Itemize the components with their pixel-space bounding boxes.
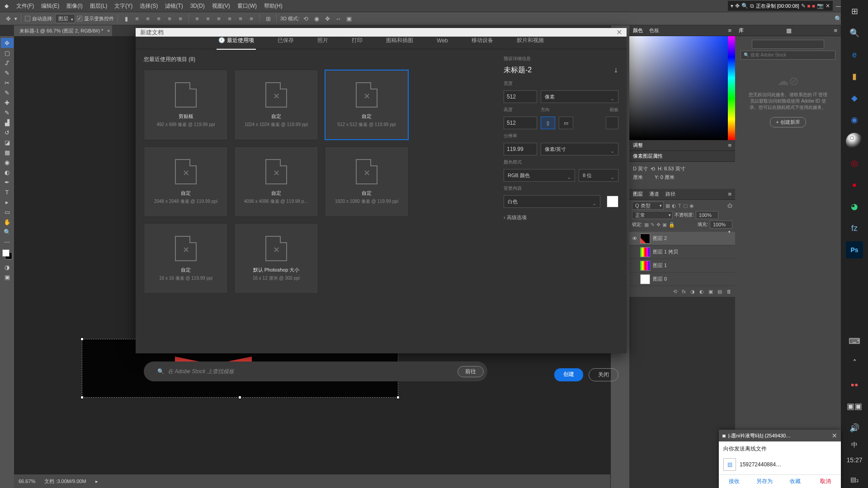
tab-swatches[interactable]: 色板	[649, 27, 659, 34]
layer-group-icon[interactable]: ▣	[708, 289, 713, 295]
save-preset-icon[interactable]: ⤓	[613, 67, 618, 74]
align-top-icon[interactable]: ≡	[154, 14, 163, 23]
transform-handle[interactable]	[396, 396, 400, 399]
tab-properties[interactable]: 像素图层属性	[633, 153, 663, 160]
layer-thumb[interactable]	[640, 261, 650, 271]
menu-edit[interactable]: 编辑(E)	[38, 0, 63, 12]
align-middle-icon[interactable]: ≡	[165, 14, 174, 23]
move-tool-icon[interactable]: ✥	[4, 14, 13, 23]
task-clock[interactable]: 15:27	[846, 454, 862, 466]
create-library-button[interactable]: + 创建新库	[770, 117, 806, 127]
tab-web[interactable]: Web	[435, 38, 449, 48]
distribute-1-icon[interactable]: ≡	[193, 14, 202, 23]
healing-tool[interactable]: ✚	[1, 98, 14, 108]
layer-fx-icon[interactable]: fx	[682, 289, 686, 294]
layer-name[interactable]: 图层 1	[653, 262, 667, 269]
zoom-tool[interactable]: 🔍	[1, 227, 14, 237]
lock-position-icon[interactable]: ✎	[651, 222, 655, 228]
distribute-4-icon[interactable]: ≡	[225, 14, 234, 23]
task-explorer-icon[interactable]: ▮	[846, 68, 863, 85]
menu-file[interactable]: 文件(F)	[13, 0, 38, 12]
filter-adjust-icon[interactable]: ◐	[672, 203, 676, 209]
tab-color[interactable]: 颜色	[633, 27, 643, 34]
library-search-input[interactable]: 🔍 搜索 Adobe Stock	[741, 51, 835, 60]
filter-type-icon[interactable]: T	[678, 203, 681, 208]
filter-toggle-icon[interactable]: ⏻	[727, 203, 732, 208]
brush-tool[interactable]: ✎	[1, 108, 14, 117]
chat-accept-button[interactable]: 接收	[719, 475, 750, 488]
task-search-icon[interactable]: 🔍	[846, 24, 863, 42]
task-app3-icon[interactable]: fz	[846, 220, 863, 237]
shape-tool[interactable]: ▭	[1, 207, 14, 217]
task-volume-icon[interactable]: 🔊	[846, 419, 863, 436]
eyedropper-tool[interactable]: ✎	[1, 88, 14, 98]
task-ball-icon[interactable]	[846, 133, 863, 150]
tab-channels[interactable]: 通道	[649, 191, 659, 197]
edit-toolbar-icon[interactable]: ⋯	[1, 237, 14, 247]
create-button[interactable]: 创建	[554, 368, 583, 381]
rec-dropdown-icon[interactable]: ▾	[731, 3, 733, 9]
panel-menu-icon[interactable]: ≡	[728, 142, 731, 149]
filter-smart-icon[interactable]: ◉	[689, 203, 694, 209]
rec-record-icon[interactable]: ■	[807, 3, 811, 9]
preset-item[interactable]: 剪贴板 492 x 688 像素 @ 119.99 ppi	[144, 70, 228, 140]
eraser-tool[interactable]: ◪	[1, 137, 14, 147]
layer-row[interactable]: 👁图层 2	[629, 232, 735, 245]
marquee-tool[interactable]: ▢	[1, 48, 14, 58]
chat-close-icon[interactable]: ✕	[832, 432, 837, 439]
color-field[interactable]	[629, 36, 728, 140]
tab-saved[interactable]: 已保存	[276, 37, 296, 49]
hue-slider[interactable]	[728, 36, 735, 140]
library-select-dropdown[interactable]	[752, 40, 824, 49]
color-swatch[interactable]	[2, 249, 12, 259]
blend-mode-dropdown[interactable]: 正常	[632, 211, 673, 219]
task-photoshop-icon[interactable]: Ps	[846, 241, 863, 258]
task-app2-icon[interactable]: ◉	[846, 111, 863, 128]
align-bottom-icon[interactable]: ≡	[176, 14, 185, 23]
tab-photo[interactable]: 照片	[316, 37, 330, 49]
task-record-icon[interactable]: ●	[846, 176, 863, 193]
height-value[interactable]: H: 8.53 英寸	[658, 165, 685, 172]
tab-layers[interactable]: 图层	[633, 191, 643, 197]
task-lang[interactable]: 中	[851, 441, 858, 449]
align-center-icon[interactable]: ≡	[132, 14, 142, 23]
tab-paths[interactable]: 路径	[665, 191, 675, 197]
resolution-unit-dropdown[interactable]: 像素/英寸	[541, 143, 618, 155]
preset-item[interactable]: 自定 512 x 512 像素 @ 119.99 ppi	[325, 70, 409, 140]
history-brush-tool[interactable]: ↺	[1, 127, 14, 137]
3d-orbit-icon[interactable]: ⟲	[301, 14, 310, 23]
resolution-input[interactable]	[504, 143, 537, 155]
rec-target-icon[interactable]: ✥	[735, 3, 740, 9]
opacity-dropdown[interactable]: 100%	[696, 211, 718, 219]
preset-item[interactable]: 自定 868 x 488 像素 @ 119.99 ppi	[325, 146, 409, 217]
link-dims-icon[interactable]: ⟲	[651, 166, 655, 172]
background-dropdown[interactable]: 白色	[504, 195, 600, 208]
3d-pan-icon[interactable]: ✥	[323, 14, 332, 23]
quick-select-tool[interactable]: ✎	[1, 68, 14, 78]
height-input[interactable]	[504, 117, 537, 129]
auto-select-checkbox[interactable]	[25, 16, 30, 21]
orientation-landscape[interactable]: ▭	[559, 117, 573, 129]
chat-favorite-button[interactable]: 收藏	[780, 475, 811, 488]
path-select-tool[interactable]: ▸	[1, 197, 14, 207]
pen-tool[interactable]: ✒	[1, 177, 14, 187]
3d-slide-icon[interactable]: ↔	[334, 14, 343, 23]
preset-item[interactable]: 自定 1024 x 1024 像素 @ 119.99 ppi	[234, 70, 318, 140]
blur-tool[interactable]: ◉	[1, 157, 14, 167]
task-ime1-icon[interactable]: ⌨	[846, 333, 863, 350]
rec-close-icon[interactable]: ✕	[826, 3, 830, 9]
tab-library[interactable]: 库	[739, 27, 744, 34]
layer-row[interactable]: 图层 1 拷贝	[629, 245, 735, 259]
stock-go-button[interactable]: 前往	[458, 366, 484, 377]
auto-select-dropdown[interactable]: 图层	[55, 14, 75, 23]
layer-name[interactable]: 图层 1 拷贝	[653, 249, 678, 255]
transform-handle[interactable]	[80, 338, 84, 341]
chat-file[interactable]: ▤ 159272440884…	[719, 456, 841, 474]
lasso-tool[interactable]: ᔑ	[1, 58, 14, 68]
quick-mask-tool[interactable]: ◑	[1, 262, 14, 272]
3d-zoom-icon[interactable]: ▣	[344, 14, 354, 23]
crop-tool[interactable]: ✂	[1, 78, 14, 88]
adjustment-layer-icon[interactable]: ◐	[699, 289, 704, 295]
gradient-tool[interactable]: ▦	[1, 147, 14, 157]
preset-item[interactable]: 默认 Photoshop 大小 16 x 12 厘米 @ 300 ppi	[234, 223, 318, 294]
